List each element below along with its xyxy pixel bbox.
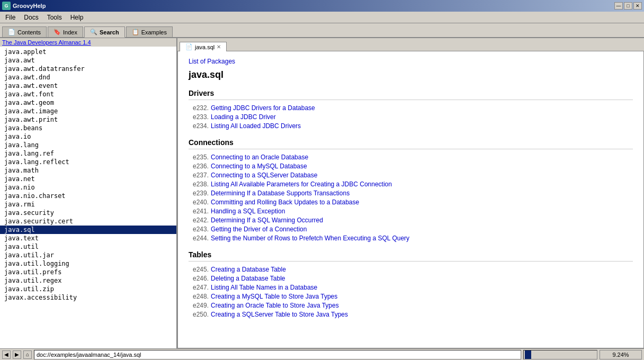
sidebar-item-java-net[interactable]: java.net bbox=[0, 175, 176, 183]
sidebar-item-javax-accessibility[interactable]: javax.accessibility bbox=[0, 293, 176, 302]
sidebar-item-java-awt-geom[interactable]: java.awt.geom bbox=[0, 98, 176, 107]
sidebar-item-java-util[interactable]: java.util bbox=[0, 242, 176, 251]
doc-title: java.sql bbox=[189, 69, 633, 80]
sidebar-item-java-lang-ref[interactable]: java.lang.ref bbox=[0, 149, 176, 158]
menu-help[interactable]: Help bbox=[67, 13, 87, 22]
sidebar-breadcrumb[interactable]: The Java Developers Almanac 1.4 bbox=[0, 38, 176, 47]
entry-link[interactable]: Creating a Database Table bbox=[211, 266, 286, 273]
sidebar-item-java-awt-datatransfer[interactable]: java.awt.datatransfer bbox=[0, 65, 176, 73]
entry-num: e232. bbox=[189, 104, 209, 112]
entry-link[interactable]: Creating a MySQL Table to Store Java Typ… bbox=[211, 293, 337, 300]
menu-tools[interactable]: Tools bbox=[44, 13, 65, 22]
sidebar-item-java-nio-charset[interactable]: java.nio.charset bbox=[0, 192, 176, 200]
sidebar-item-java-util-prefs[interactable]: java.util.prefs bbox=[0, 268, 176, 276]
entry-row: e247.Listing All Table Names in a Databa… bbox=[189, 284, 633, 291]
app-icon: G bbox=[2, 2, 11, 10]
sidebar-item-java-util-logging[interactable]: java.util.logging bbox=[0, 259, 176, 268]
nav-tabs: 📄 Contents 🔖 Index 🔍 Search 📋 Examples bbox=[0, 23, 644, 38]
right-panel: 📄 java.sql ✕ List of Packages java.sql D… bbox=[177, 38, 644, 348]
entry-link[interactable]: Getting the Driver of a Connection bbox=[211, 226, 307, 233]
entry-num: e247. bbox=[189, 284, 209, 291]
entry-row: e248.Creating a MySQL Table to Store Jav… bbox=[189, 293, 633, 300]
entry-link[interactable]: Loading a JDBC Driver bbox=[211, 113, 276, 121]
sidebar-item-java-beans[interactable]: java.beans bbox=[0, 124, 176, 132]
sidebar-item-java-sql[interactable]: java.sql bbox=[0, 226, 176, 234]
entry-link[interactable]: Connecting to an Oracle Database bbox=[211, 154, 308, 161]
entry-link[interactable]: Listing All Available Parameters for Cre… bbox=[211, 181, 392, 188]
sidebar-item-java-applet[interactable]: java.applet bbox=[0, 48, 176, 56]
section-heading-1: Connections bbox=[189, 138, 633, 147]
entry-row: e243.Getting the Driver of a Connection bbox=[189, 226, 633, 233]
sidebar-item-java-awt-event[interactable]: java.awt.event bbox=[0, 82, 176, 90]
sidebar-item-java-security[interactable]: java.security bbox=[0, 209, 176, 217]
entry-row: e236.Connecting to a MySQL Database bbox=[189, 163, 633, 170]
breadcrumb-link[interactable]: List of Packages bbox=[189, 58, 235, 65]
sidebar-item-java-text[interactable]: java.text bbox=[0, 234, 176, 242]
sidebar-item-java-util-zip[interactable]: java.util.zip bbox=[0, 285, 176, 293]
tab-search[interactable]: 🔍 Search bbox=[84, 26, 125, 38]
entry-num: e246. bbox=[189, 275, 209, 282]
menu-docs[interactable]: Docs bbox=[21, 13, 41, 22]
close-button[interactable]: ✕ bbox=[633, 2, 642, 10]
zoom-bar bbox=[525, 350, 531, 359]
sidebar-item-java-util-regex[interactable]: java.util.regex bbox=[0, 276, 176, 285]
sidebar-item-java-awt-image[interactable]: java.awt.image bbox=[0, 107, 176, 115]
entry-link[interactable]: Deleting a Database Table bbox=[211, 275, 285, 282]
entry-row: e242.Determining If a SQL Warning Occurr… bbox=[189, 217, 633, 224]
entry-link[interactable]: Connecting to a SQLServer Database bbox=[211, 172, 317, 179]
sidebar-item-java-lang-reflect[interactable]: java.lang.reflect bbox=[0, 158, 176, 166]
section-heading-2: Tables bbox=[189, 250, 633, 259]
nav-back-button[interactable]: ◀ bbox=[2, 350, 11, 359]
entry-row: e245.Creating a Database Table bbox=[189, 266, 633, 273]
entry-link[interactable]: Listing All Table Names in a Database bbox=[211, 284, 317, 291]
index-icon: 🔖 bbox=[53, 29, 61, 35]
sidebar-item-java-security-cert[interactable]: java.security.cert bbox=[0, 217, 176, 226]
entry-link[interactable]: Determining If a SQL Warning Occurred bbox=[211, 217, 323, 224]
sidebar-item-java-awt-dnd[interactable]: java.awt.dnd bbox=[0, 73, 176, 82]
sidebar-item-java-lang[interactable]: java.lang bbox=[0, 141, 176, 149]
doc-tab-java-sql[interactable]: 📄 java.sql ✕ bbox=[180, 42, 227, 51]
sidebar-item-java-awt[interactable]: java.awt bbox=[0, 56, 176, 65]
tab-examples-label: Examples bbox=[141, 29, 167, 35]
sidebar-item-java-rmi[interactable]: java.rmi bbox=[0, 200, 176, 209]
entry-row: e240.Committing and Rolling Back Updates… bbox=[189, 199, 633, 206]
nav-home-button[interactable]: ⌂ bbox=[23, 350, 32, 359]
entry-link[interactable]: Listing All Loaded JDBC Drivers bbox=[211, 122, 301, 130]
sidebar-item-java-awt-print[interactable]: java.awt.print bbox=[0, 115, 176, 124]
search-icon: 🔍 bbox=[90, 29, 97, 35]
entry-link[interactable]: Setting the Number of Rows to Prefetch W… bbox=[211, 235, 409, 242]
entry-link[interactable]: Creating an Oracle Table to Store Java T… bbox=[211, 302, 339, 309]
minimize-button[interactable]: — bbox=[614, 2, 623, 10]
entry-link[interactable]: Getting JDBC Drivers for a Database bbox=[211, 104, 315, 112]
entry-row: e239.Determining If a Database Supports … bbox=[189, 190, 633, 197]
entry-link[interactable]: Connecting to a MySQL Database bbox=[211, 163, 307, 170]
doc-tab-label: java.sql bbox=[195, 44, 214, 50]
tab-contents[interactable]: 📄 Contents bbox=[2, 26, 47, 37]
doc-tab-close[interactable]: ✕ bbox=[217, 44, 221, 50]
sidebar-item-java-math[interactable]: java.math bbox=[0, 166, 176, 175]
entry-num: e248. bbox=[189, 293, 209, 300]
entry-num: e245. bbox=[189, 266, 209, 273]
entry-row: e244.Setting the Number of Rows to Prefe… bbox=[189, 235, 633, 242]
title-bar: G GroovyHelp — □ ✕ bbox=[0, 0, 644, 12]
entry-link[interactable]: Determining If a Database Supports Trans… bbox=[211, 190, 350, 197]
sidebar-item-java-nio[interactable]: java.nio bbox=[0, 183, 176, 192]
entry-link[interactable]: Creating a SQLServer Table to Store Java… bbox=[211, 311, 348, 318]
entry-link[interactable]: Handling a SQL Exception bbox=[211, 208, 285, 215]
entry-num: e240. bbox=[189, 199, 209, 206]
tab-index[interactable]: 🔖 Index bbox=[48, 26, 83, 37]
sidebar-item-java-io[interactable]: java.io bbox=[0, 132, 176, 141]
nav-forward-button[interactable]: ▶ bbox=[13, 350, 21, 359]
sidebar-list[interactable]: java.appletjava.awtjava.awt.datatransfer… bbox=[0, 47, 176, 348]
sidebar-item-java-util-jar[interactable]: java.util.jar bbox=[0, 251, 176, 259]
entry-num: e241. bbox=[189, 208, 209, 215]
entry-row: e246.Deleting a Database Table bbox=[189, 275, 633, 282]
menu-file[interactable]: File bbox=[2, 13, 19, 22]
maximize-button[interactable]: □ bbox=[624, 2, 632, 10]
tab-examples[interactable]: 📋 Examples bbox=[126, 26, 173, 37]
entry-row: e235.Connecting to an Oracle Database bbox=[189, 154, 633, 161]
doc-scroll[interactable]: List of Packages java.sql Driverse232.Ge… bbox=[178, 51, 643, 348]
entry-link[interactable]: Committing and Rolling Back Updates to a… bbox=[211, 199, 359, 206]
sidebar-item-java-awt-font[interactable]: java.awt.font bbox=[0, 90, 176, 98]
doc-content-wrapper: List of Packages java.sql Driverse232.Ge… bbox=[177, 51, 644, 348]
